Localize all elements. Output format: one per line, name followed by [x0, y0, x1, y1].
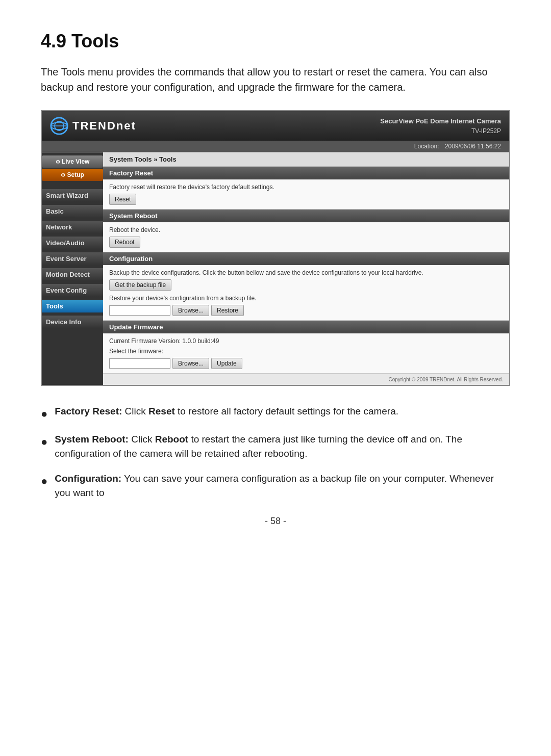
system-reboot-desc: Reboot the device. — [109, 226, 503, 233]
camera-ui-container: TRENDnet SecurView PoE Dome Internet Cam… — [41, 110, 510, 386]
update-firmware-section: Update Firmware Current Firmware Version… — [103, 321, 509, 374]
system-reboot-body: Reboot the device. Reboot — [103, 222, 509, 252]
camera-footer: Copyright © 2009 TRENDnet. All Rights Re… — [103, 374, 509, 385]
location-value: 2009/06/06 11:56:22 — [445, 143, 501, 150]
firmware-browse-button[interactable]: Browse... — [172, 358, 209, 369]
update-firmware-body: Current Firmware Version: 1.0.0 build:49… — [103, 333, 509, 373]
bullet-text-system-reboot: System Reboot: Click Reboot to restart t… — [55, 432, 510, 461]
sidebar-item-video-audio[interactable]: Video/Audio — [42, 237, 103, 249]
system-reboot-header: System Reboot — [103, 210, 509, 222]
firmware-version: Current Firmware Version: 1.0.0 build:49 — [109, 337, 503, 345]
page-number: - 58 - — [41, 516, 510, 527]
product-model: TV-IP252P — [380, 126, 501, 136]
bullet-dot-1: ● — [41, 405, 47, 422]
product-info: SecurView PoE Dome Internet Camera TV-IP… — [380, 116, 501, 136]
product-name: SecurView PoE Dome Internet Camera — [380, 116, 501, 126]
reset-button[interactable]: Reset — [109, 194, 136, 205]
restore-file-input[interactable] — [109, 305, 170, 316]
location-label: Location: — [414, 143, 439, 150]
sidebar-item-basic[interactable]: Basic — [42, 205, 103, 218]
page-title: 4.9 Tools — [41, 31, 510, 52]
select-firmware-label: Select the firmware: — [109, 348, 503, 355]
main-content: System Tools » Tools Factory Reset Facto… — [103, 152, 509, 385]
camera-body: ⚙ Live View ⚙ Setup Smart Wizard Basic N… — [42, 152, 509, 385]
sidebar-item-network[interactable]: Network — [42, 221, 103, 233]
factory-reset-desc: Factory reset will restore the device's … — [109, 184, 503, 191]
bullet-label-configuration: Configuration: — [55, 473, 121, 484]
sidebar-item-event-server[interactable]: Event Server — [42, 252, 103, 265]
bullet-label-system-reboot: System Reboot: — [55, 434, 129, 445]
configuration-section: Configuration Backup the device configur… — [103, 252, 509, 321]
backup-desc: Backup the device configurations. Click … — [109, 269, 503, 276]
bullet-keyword-reset: Reset — [148, 406, 175, 416]
sidebar-item-event-config[interactable]: Event Config — [42, 284, 103, 297]
intro-paragraph: The Tools menu provides the commands tha… — [41, 64, 510, 95]
sidebar-item-tools[interactable]: Tools — [42, 300, 103, 312]
get-backup-button[interactable]: Get the backup file — [109, 279, 171, 291]
configuration-header: Configuration — [103, 252, 509, 265]
restore-input-row: Browse... Restore — [109, 305, 503, 316]
bullet-dot-3: ● — [41, 473, 47, 489]
restore-button[interactable]: Restore — [211, 305, 244, 316]
location-bar: Location: 2009/06/06 11:56:22 — [42, 141, 509, 152]
update-button[interactable]: Update — [211, 358, 242, 369]
logo-text: TRENDnet — [72, 119, 136, 133]
setup-label: Setup — [67, 171, 84, 178]
factory-reset-body: Factory reset will restore the device's … — [103, 179, 509, 209]
restore-browse-button[interactable]: Browse... — [172, 305, 209, 316]
bullet-keyword-reboot: Reboot — [155, 434, 188, 445]
bullet-item-system-reboot: ● System Reboot: Click Reboot to restart… — [41, 432, 510, 461]
bullet-section: ● Factory Reset: Click Reset to restore … — [41, 404, 510, 501]
update-firmware-header: Update Firmware — [103, 321, 509, 333]
sidebar-item-motion-detect[interactable]: Motion Detect — [42, 268, 103, 281]
restore-desc: Restore your device's configuration from… — [109, 295, 503, 302]
sidebar: ⚙ Live View ⚙ Setup Smart Wizard Basic N… — [42, 152, 103, 385]
factory-reset-section: Factory Reset Factory reset will restore… — [103, 167, 509, 210]
live-view-label: Live View — [62, 158, 89, 165]
bullet-item-configuration: ● Configuration: You can save your camer… — [41, 472, 510, 501]
factory-reset-header: Factory Reset — [103, 167, 509, 179]
bullet-text-factory-reset: Factory Reset: Click Reset to restore al… — [55, 404, 510, 419]
bullet-dot-2: ● — [41, 433, 47, 450]
live-view-button[interactable]: ⚙ Live View — [42, 155, 103, 168]
configuration-body: Backup the device configurations. Click … — [103, 265, 509, 320]
camera-header: TRENDnet SecurView PoE Dome Internet Cam… — [42, 111, 509, 141]
system-reboot-section: System Reboot Reboot the device. Reboot — [103, 210, 509, 252]
trendnet-logo-icon — [50, 117, 68, 135]
bullet-item-factory-reset: ● Factory Reset: Click Reset to restore … — [41, 404, 510, 422]
sidebar-item-device-info[interactable]: Device Info — [42, 316, 103, 328]
firmware-input-row: Browse... Update — [109, 358, 503, 369]
firmware-file-input[interactable] — [109, 358, 170, 369]
setup-button[interactable]: ⚙ Setup — [42, 169, 103, 181]
sidebar-item-smart-wizard[interactable]: Smart Wizard — [42, 189, 103, 202]
bullet-label-factory-reset: Factory Reset: — [55, 406, 122, 416]
logo-area: TRENDnet — [50, 117, 136, 135]
bullet-text-configuration: Configuration: You can save your camera … — [55, 472, 510, 501]
breadcrumb: System Tools » Tools — [103, 152, 509, 167]
reboot-button[interactable]: Reboot — [109, 237, 140, 248]
